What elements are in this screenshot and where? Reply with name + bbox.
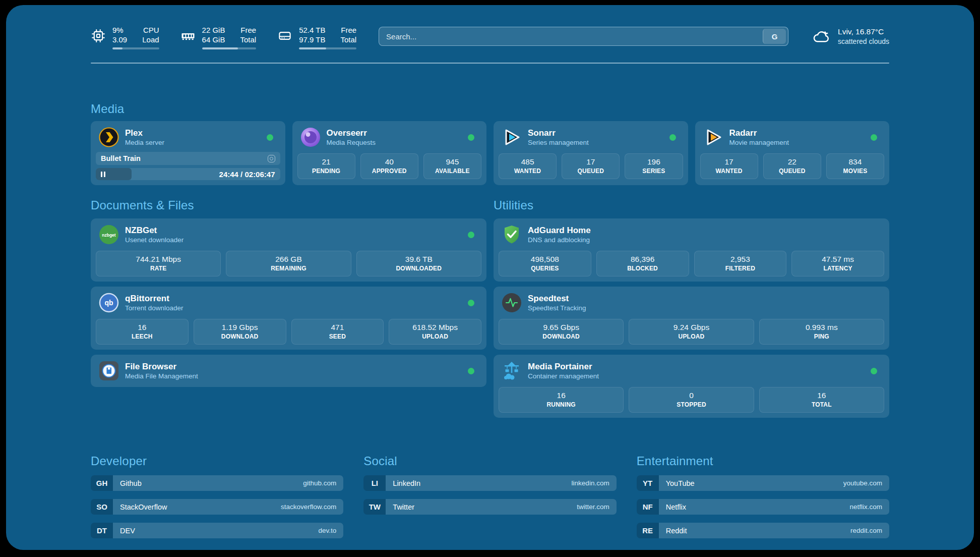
service-name: qBittorrent <box>125 293 183 304</box>
bookmark-abbr: LI <box>363 475 386 491</box>
service-name: Media Portainer <box>528 361 599 372</box>
service-card-nzbget[interactable]: nzbget NZBGet Usenet downloader 744.21 M… <box>91 218 486 282</box>
section-title-media: Media <box>91 102 889 116</box>
bookmark-url: reddit.com <box>850 527 882 534</box>
search-input[interactable] <box>379 27 788 46</box>
section-title-entertainment: Entertainment <box>637 454 889 468</box>
service-subtitle: Media File Management <box>125 372 198 381</box>
status-dot <box>468 134 474 141</box>
playback-progress-bar[interactable]: 24:44 / 02:06:47 <box>96 168 280 180</box>
speedtest-icon <box>502 293 522 313</box>
bookmark-reddit[interactable]: RE Reddit reddit.com <box>637 523 889 538</box>
stat-box: 266 GBREMAINING <box>226 251 351 276</box>
cpu-load-value: 3.09 <box>112 35 127 44</box>
stat-box: 16TOTAL <box>759 387 884 413</box>
stat-box: 86,396BLOCKED <box>596 251 689 276</box>
now-playing-title: Bullet Train <box>101 154 141 162</box>
cpu-icon <box>91 28 106 43</box>
service-name: NZBGet <box>125 225 183 236</box>
status-dot <box>468 368 474 374</box>
now-playing-row: Bullet Train <box>96 152 280 165</box>
stat-box: 40APPROVED <box>360 153 418 179</box>
overseerr-icon <box>300 127 321 147</box>
stat-box: 2,953FILTERED <box>694 251 787 276</box>
stat-box: 16LEECH <box>96 319 189 345</box>
svg-text:qb: qb <box>104 299 113 307</box>
service-subtitle: Media Requests <box>327 138 376 147</box>
memory-progress-bar <box>202 47 257 49</box>
sonarr-icon <box>502 127 522 147</box>
bookmark-name: Github <box>120 479 142 487</box>
stat-box: 196SERIES <box>625 153 683 179</box>
service-card-plex[interactable]: Plex Media server Bullet Train 24:44 / 0… <box>91 121 285 185</box>
stat-box: 22QUEUED <box>763 153 821 179</box>
memory-icon <box>180 28 196 43</box>
service-card-qbittorrent[interactable]: qb qBittorrent Torrent downloader 16LEEC… <box>91 287 486 350</box>
bookmark-url: netflix.com <box>849 503 882 511</box>
screenshot-frame: 9% 3.09 CPU Load <box>0 0 980 557</box>
memory-free-label: Free <box>240 25 256 35</box>
disk-total-value: 97.9 TB <box>299 35 325 44</box>
search-bar: G <box>379 27 788 46</box>
section-title-utilities: Utilities <box>494 198 889 212</box>
service-subtitle: Torrent downloader <box>125 304 183 313</box>
stat-box: 744.21 MbpsRATE <box>96 251 221 276</box>
bookmark-abbr: TW <box>363 499 386 515</box>
status-dot <box>871 368 877 374</box>
nzbget-icon: nzbget <box>99 225 119 245</box>
bookmark-name: LinkedIn <box>393 479 420 487</box>
stat-box: 9.65 GbpsDOWNLOAD <box>499 319 624 345</box>
service-name: Speedtest <box>528 293 586 304</box>
filebrowser-icon <box>99 361 119 381</box>
bookmark-abbr: NF <box>637 499 659 515</box>
bookmark-linkedin[interactable]: LI LinkedIn linkedin.com <box>363 475 616 491</box>
bookmark-name: Reddit <box>666 527 687 535</box>
status-dot <box>669 134 676 141</box>
radarr-icon <box>703 127 723 147</box>
stat-box: 834MOVIES <box>826 153 884 179</box>
top-bar: 9% 3.09 CPU Load <box>91 25 889 49</box>
service-name: Radarr <box>729 128 789 138</box>
bookmark-netflix[interactable]: NF Netflix netflix.com <box>637 499 889 515</box>
stat-box: 17WANTED <box>700 153 758 179</box>
memory-total-value: 64 GiB <box>202 35 225 44</box>
bookmark-twitter[interactable]: TW Twitter twitter.com <box>363 499 616 515</box>
stat-box: 17QUEUED <box>562 153 620 179</box>
playback-time: 24:44 / 02:06:47 <box>219 170 275 179</box>
bookmark-abbr: YT <box>637 475 659 491</box>
stat-box: 9.24 GbpsUPLOAD <box>629 319 754 345</box>
status-dot <box>267 134 273 141</box>
disk-total-label: Total <box>340 35 356 44</box>
bookmark-github[interactable]: GH Github github.com <box>91 475 343 491</box>
bookmark-youtube[interactable]: YT YouTube youtube.com <box>637 475 889 491</box>
bookmark-stackoverflow[interactable]: SO StackOverflow stackoverflow.com <box>91 499 343 515</box>
service-subtitle: Container management <box>528 372 599 381</box>
system-stats: 9% 3.09 CPU Load <box>91 25 356 49</box>
service-name: Sonarr <box>528 128 589 138</box>
stat-box: 485WANTED <box>499 153 557 179</box>
service-card-speedtest[interactable]: Speedtest Speedtest Tracking 9.65 GbpsDO… <box>494 287 889 350</box>
cpu-label: CPU <box>142 25 159 35</box>
service-card-adguard[interactable]: AdGuard Home DNS and adblocking 498,508Q… <box>494 218 889 282</box>
stat-box: 471SEED <box>291 319 384 345</box>
service-card-sonarr[interactable]: Sonarr Series management 485WANTED 17QUE… <box>494 121 688 185</box>
weather-widget: Lviv, 16.87°C scattered clouds <box>812 27 889 46</box>
bookmark-name: Netflix <box>666 503 686 511</box>
service-card-portainer[interactable]: Media Portainer Container management 16R… <box>494 355 889 418</box>
bookmark-abbr: GH <box>91 475 113 491</box>
stat-box: 498,508QUERIES <box>499 251 591 276</box>
disk-stat: 52.4 TB 97.9 TB Free Total <box>277 25 356 49</box>
bookmark-url: linkedin.com <box>572 479 609 487</box>
search-engine-button[interactable]: G <box>763 29 786 44</box>
service-card-filebrowser[interactable]: File Browser Media File Management <box>91 355 486 387</box>
pause-button[interactable] <box>101 172 105 177</box>
bookmark-dev[interactable]: DT DEV dev.to <box>91 523 343 538</box>
disk-free-label: Free <box>340 25 356 35</box>
service-card-overseerr[interactable]: Overseerr Media Requests 21PENDING 40APP… <box>292 121 487 185</box>
video-icon <box>268 155 275 162</box>
service-card-radarr[interactable]: Radarr Movie management 17WANTED 22QUEUE… <box>695 121 890 185</box>
cpu-stat: 9% 3.09 CPU Load <box>91 25 159 49</box>
bookmark-name: DEV <box>120 527 135 535</box>
disk-icon <box>277 28 292 43</box>
disk-progress-bar <box>299 47 356 49</box>
